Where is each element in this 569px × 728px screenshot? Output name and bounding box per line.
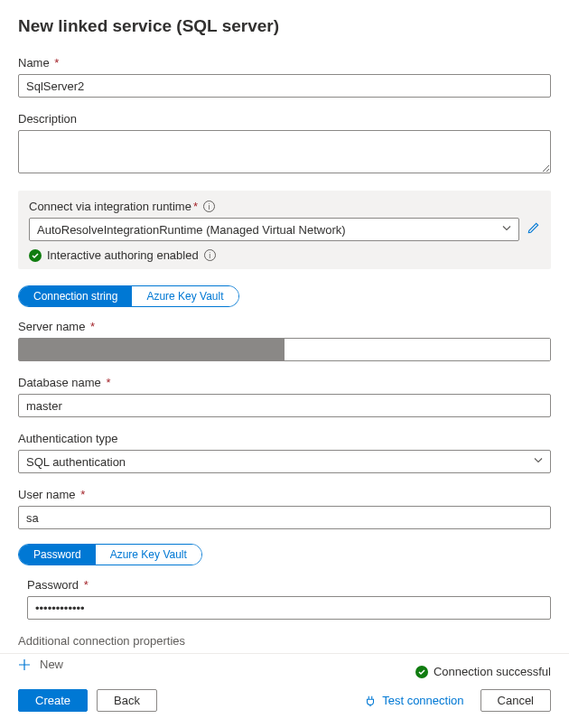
footer-actions: Create Back Test connection Cancel (18, 689, 551, 712)
server-name-label-text: Server name (18, 320, 85, 333)
tab-password[interactable]: Password (19, 545, 96, 565)
footer-right: Test connection Cancel (364, 689, 551, 712)
connection-status: Connection successful (18, 665, 551, 678)
footer: Connection successful Create Back Test c… (0, 653, 569, 728)
description-label: Description (18, 112, 551, 126)
database-name-row: Database name * (18, 376, 551, 417)
server-name-row: Server name * (18, 320, 551, 361)
password-input[interactable] (27, 596, 551, 620)
ir-select-wrap (29, 218, 519, 241)
auth-type-select-wrap (18, 450, 551, 473)
server-name-redacted (19, 339, 284, 360)
description-field-row: Description (18, 112, 551, 176)
description-textarea[interactable] (18, 130, 551, 173)
ir-select[interactable] (29, 218, 519, 241)
required-asterisk: * (193, 200, 198, 213)
required-asterisk: * (106, 376, 110, 389)
page-title: New linked service (SQL server) (18, 16, 551, 36)
password-tabs: Password Azure Key Vault (18, 544, 202, 565)
required-asterisk: * (54, 56, 59, 70)
plug-icon (364, 695, 377, 707)
name-field-row: Name * (18, 56, 551, 98)
cancel-button[interactable]: Cancel (480, 689, 551, 712)
integration-runtime-section: Connect via integration runtime * i Inte… (18, 191, 551, 269)
additional-props-label: Additional connection properties (18, 634, 551, 648)
ir-status-row: Interactive authoring enabled i (29, 248, 540, 262)
required-asterisk: * (84, 578, 89, 592)
auth-type-label: Authentication type (18, 432, 551, 445)
edit-icon[interactable] (527, 221, 540, 238)
required-asterisk: * (90, 320, 95, 333)
username-label-text: User name (18, 488, 76, 501)
back-button[interactable]: Back (97, 689, 157, 712)
ir-status-text: Interactive authoring enabled (47, 248, 199, 262)
test-connection-button[interactable]: Test connection (364, 694, 463, 707)
required-asterisk: * (80, 488, 85, 501)
username-label: User name * (18, 488, 551, 501)
database-name-label: Database name * (18, 376, 551, 389)
ir-label: Connect via integration runtime * i (29, 200, 540, 213)
username-input[interactable] (18, 506, 551, 529)
connection-status-text: Connection successful (434, 665, 551, 678)
linked-service-panel: New linked service (SQL server) Name * D… (0, 0, 569, 674)
info-icon[interactable]: i (204, 249, 216, 261)
password-label: Password * (27, 578, 551, 592)
ir-label-text: Connect via integration runtime (29, 200, 191, 213)
server-name-input[interactable] (18, 338, 551, 361)
server-name-empty (284, 339, 550, 360)
tab-azure-key-vault[interactable]: Azure Key Vault (132, 286, 238, 306)
username-row: User name * (18, 488, 551, 529)
test-connection-label: Test connection (382, 694, 463, 707)
check-circle-icon (29, 249, 42, 262)
info-icon[interactable]: i (203, 201, 215, 212)
password-label-text: Password (27, 578, 79, 592)
footer-left: Create Back (18, 689, 157, 712)
auth-type-select[interactable] (18, 450, 551, 473)
tab-password-key-vault[interactable]: Azure Key Vault (96, 545, 201, 565)
create-button[interactable]: Create (18, 689, 88, 712)
check-circle-icon (415, 666, 428, 678)
connection-tabs: Connection string Azure Key Vault (18, 285, 239, 307)
name-label-text: Name (18, 56, 50, 70)
tab-connection-string[interactable]: Connection string (19, 286, 132, 306)
database-name-input[interactable] (18, 394, 551, 417)
server-name-label: Server name * (18, 320, 551, 333)
database-name-label-text: Database name (18, 376, 101, 389)
password-block: Password * (27, 578, 551, 620)
auth-type-row: Authentication type (18, 432, 551, 473)
name-label: Name * (18, 56, 551, 70)
name-input[interactable] (18, 74, 551, 98)
